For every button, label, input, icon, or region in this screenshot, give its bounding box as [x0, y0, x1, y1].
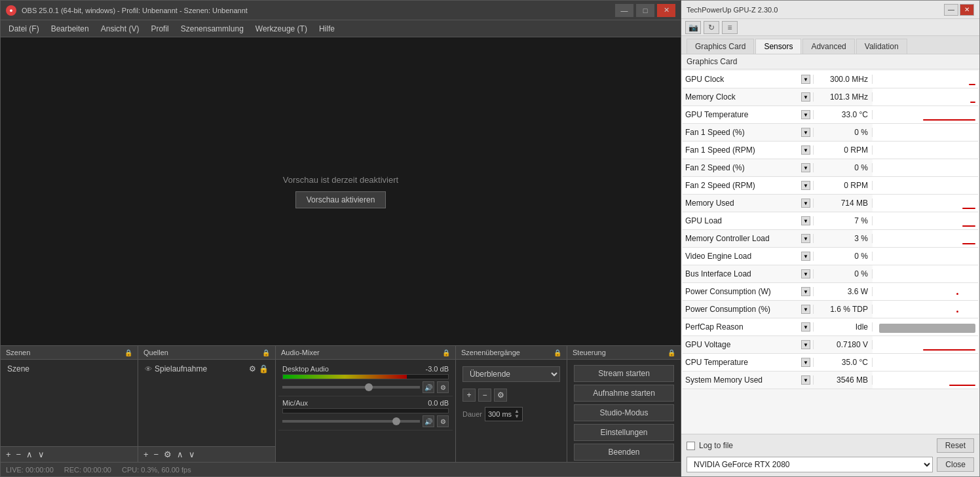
sensor-dropdown-1[interactable]: ▼	[801, 92, 810, 102]
sensor-label-16: CPU Temperature	[685, 358, 800, 367]
quellen-up-btn[interactable]: ∧	[176, 449, 185, 459]
sensor-label-cell-2: GPU Temperature▼	[683, 110, 814, 119]
sensor-dropdown-0[interactable]: ▼	[801, 75, 810, 84]
menu-profil[interactable]: Profil	[145, 22, 174, 35]
steuerung-panel: Steuerung 🔒 Stream starten Aufnahme star…	[567, 346, 681, 462]
mic-fader-knob[interactable]	[392, 417, 400, 425]
sensor-value-7: 714 MB	[814, 199, 873, 208]
transition-settings-btn[interactable]: ⚙	[494, 389, 507, 402]
duration-down-spinner[interactable]: ▼	[514, 414, 519, 419]
desktop-mute-btn[interactable]: 🔊	[423, 381, 434, 393]
quellen-down-btn[interactable]: ∨	[187, 449, 197, 459]
tab-validation[interactable]: Validation	[856, 39, 907, 54]
sensor-row: GPU Load▼7 %	[683, 212, 978, 230]
mic-audio-name: Mic/Aux	[282, 399, 308, 407]
szenen-add-btn[interactable]: +	[5, 449, 12, 459]
szenen-up-btn[interactable]: ∧	[25, 449, 34, 459]
sensor-label-cell-4: Fan 1 Speed (RPM)▼	[683, 145, 814, 155]
sensor-dropdown-14[interactable]: ▼	[801, 322, 810, 332]
sensor-dropdown-9[interactable]: ▼	[801, 234, 810, 243]
audio-channel-desktop: Desktop Audio -3.0 dB 🔊 ⚙	[278, 362, 453, 396]
sensor-dropdown-13[interactable]: ▼	[801, 305, 810, 314]
close-btn[interactable]: Close	[937, 457, 974, 472]
obs-maximize-btn[interactable]: □	[636, 4, 654, 17]
szenen-remove-btn[interactable]: −	[15, 449, 23, 459]
menu-hilfe[interactable]: Hilfe	[314, 22, 340, 35]
desktop-fader-row: 🔊 ⚙	[282, 381, 449, 393]
quellen-remove-btn[interactable]: −	[153, 449, 160, 459]
gpuz-screenshot-btn[interactable]: 📷	[685, 21, 701, 34]
desktop-audio-name: Desktop Audio	[282, 365, 329, 373]
quellen-add-btn[interactable]: +	[142, 449, 150, 459]
tab-advanced[interactable]: Advanced	[802, 39, 854, 54]
gpuz-window-controls: — ✕	[944, 4, 974, 16]
sensor-value-13: 1.6 % TDP	[814, 305, 873, 314]
sensor-dropdown-6[interactable]: ▼	[801, 181, 810, 190]
desktop-audio-fader[interactable]	[282, 386, 420, 389]
source-eye-icon[interactable]: 👁	[145, 365, 152, 373]
mic-mute-btn[interactable]: 🔊	[423, 415, 434, 427]
sensor-row: GPU Voltage▼0.7180 V	[683, 336, 978, 354]
sensor-row: PerfCap Reason▼Idle	[683, 318, 978, 336]
log-label: Log to file	[699, 441, 733, 450]
sensor-label-cell-6: Fan 2 Speed (RPM)▼	[683, 181, 814, 190]
duration-box: 300 ms ▲ ▼	[485, 407, 523, 421]
gpuz-menu-btn[interactable]: ≡	[722, 21, 738, 34]
sensor-value-14: Idle	[814, 322, 873, 332]
transition-add-btn[interactable]: +	[462, 389, 476, 402]
obs-close-btn[interactable]: ✕	[657, 4, 675, 17]
sensor-dropdown-3[interactable]: ▼	[801, 128, 810, 137]
gpu-select[interactable]: NVIDIA GeForce RTX 2080	[687, 457, 933, 472]
sensor-dropdown-15[interactable]: ▼	[801, 340, 810, 349]
sensor-label-12: Power Consumption (W)	[685, 287, 800, 296]
menu-ansicht[interactable]: Ansicht (V)	[96, 22, 145, 35]
sensor-dropdown-11[interactable]: ▼	[801, 269, 810, 278]
sensor-dropdown-17[interactable]: ▼	[801, 375, 810, 385]
sensor-dropdown-12[interactable]: ▼	[801, 287, 810, 296]
sensor-dropdown-2[interactable]: ▼	[801, 110, 810, 119]
sensor-dropdown-7[interactable]: ▼	[801, 199, 810, 208]
source-item[interactable]: 👁 Spielaufnahme ⚙ 🔒	[141, 362, 273, 375]
gpuz-section-header: Graphics Card	[681, 54, 979, 69]
szenueb-content: Überblende + − ⚙ Dauer 300 ms ▲ ▼	[456, 360, 567, 462]
tab-sensors[interactable]: Sensors	[755, 39, 801, 54]
desktop-fader-knob[interactable]	[365, 383, 373, 391]
desktop-settings-btn[interactable]: ⚙	[437, 381, 449, 393]
status-cpu: CPU: 0.3%, 60.00 fps	[122, 466, 191, 474]
obs-title-text: OBS 25.0.1 (64-bit, windows) - Profil: U…	[22, 7, 610, 14]
menu-szenensammlung[interactable]: Szenensammlung	[176, 22, 249, 35]
transition-select[interactable]: Überblende	[462, 366, 560, 382]
menu-bearbeiten[interactable]: Bearbeiten	[46, 22, 94, 35]
log-checkbox[interactable]	[687, 442, 695, 450]
mic-fader-row: 🔊 ⚙	[282, 415, 449, 427]
studio-modus-btn[interactable]: Studio-Modus	[574, 404, 674, 421]
gpuz-minimize-btn[interactable]: —	[944, 4, 958, 16]
menu-datei[interactable]: Datei (F)	[3, 22, 45, 35]
einstellungen-btn[interactable]: Einstellungen	[574, 424, 674, 441]
sensor-dropdown-5[interactable]: ▼	[801, 163, 810, 172]
gpuz-close-btn[interactable]: ✕	[960, 4, 974, 16]
sensor-row: Fan 2 Speed (RPM)▼0 RPM	[683, 177, 978, 195]
menu-werkzeuge[interactable]: Werkzeuge (T)	[250, 22, 312, 35]
preview-activate-btn[interactable]: Vorschau aktivieren	[295, 191, 386, 208]
mic-settings-btn[interactable]: ⚙	[437, 415, 449, 427]
szenen-down-btn[interactable]: ∨	[37, 449, 46, 459]
reset-btn[interactable]: Reset	[937, 438, 974, 453]
stream-starten-btn[interactable]: Stream starten	[574, 365, 674, 382]
scene-item[interactable]: Szene	[3, 362, 135, 375]
mic-audio-fader[interactable]	[282, 420, 420, 423]
sensor-dropdown-10[interactable]: ▼	[801, 252, 810, 261]
beenden-btn[interactable]: Beenden	[574, 444, 674, 461]
aufnahme-starten-btn[interactable]: Aufnahme starten	[574, 385, 674, 402]
sensor-dropdown-8[interactable]: ▼	[801, 216, 810, 225]
sensor-dropdown-16[interactable]: ▼	[801, 358, 810, 367]
quellen-settings-btn[interactable]: ⚙	[162, 449, 173, 459]
obs-minimize-btn[interactable]: —	[615, 4, 633, 17]
gpuz-refresh-btn[interactable]: ↻	[704, 21, 719, 34]
tab-graphics-card[interactable]: Graphics Card	[687, 39, 754, 54]
sensor-dropdown-4[interactable]: ▼	[801, 145, 810, 155]
source-gear-icon[interactable]: ⚙	[249, 364, 256, 373]
obs-preview-area: Vorschau ist derzeit deaktiviert Vorscha…	[1, 37, 681, 345]
transition-remove-btn[interactable]: −	[478, 389, 491, 402]
gpuz-bottom: Log to file Reset NVIDIA GeForce RTX 208…	[681, 434, 979, 476]
